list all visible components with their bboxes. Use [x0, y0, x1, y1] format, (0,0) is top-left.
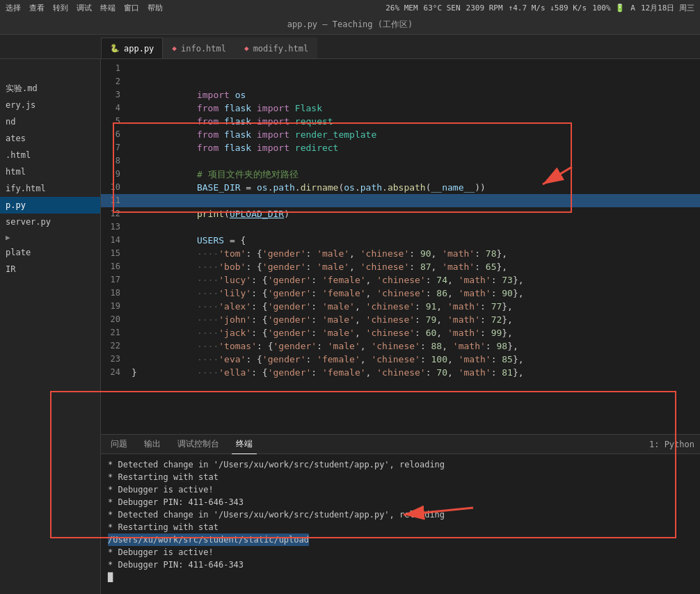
code-line-24: 24 }	[101, 366, 700, 379]
network-speed: ↑4.7 M/s ↓589 K/s	[509, 3, 587, 13]
panel-tab-debug-console[interactable]: 调试控制台	[173, 435, 223, 454]
line-num-9: 9	[101, 168, 129, 181]
code-line-20: 20 ····'jack': {'gender': 'male', 'chine…	[101, 313, 700, 326]
code-line-1: 1	[101, 62, 700, 75]
code-lines: 1 2 import os 3 from flask import Flask	[101, 59, 700, 382]
terminal-line-4: * Debugger PIN: 411-646-343	[108, 496, 693, 508]
sidebar-item-apppy[interactable]: p.py	[0, 197, 100, 214]
terminal-line-8: * Debugger is active!	[108, 546, 693, 559]
line-content-7	[129, 141, 700, 154]
sidebar-item-js[interactable]: ery.js	[0, 97, 100, 113]
code-line-3: 3 from flask import Flask	[101, 88, 700, 102]
cpu-temp: 63°C SEN	[424, 3, 461, 13]
line-content-11: print(UPLOAD_DIR)	[129, 194, 700, 207]
line-num-3: 3	[101, 88, 129, 102]
code-line-16: 16 ····'lucy': {'gender': 'female', 'chi…	[101, 260, 700, 273]
sidebar-item-ir[interactable]: IR	[0, 261, 100, 278]
code-line-14: 14 ····'tom': {'gender': 'male', 'chines…	[101, 234, 700, 247]
menu-window[interactable]: 窗口	[124, 3, 139, 13]
line-content-21: ····'tomas': {'gender': 'male', 'chinese…	[129, 326, 700, 339]
line-num-17: 17	[101, 273, 129, 287]
code-editor[interactable]: 1 2 import os 3 from flask import Flask	[101, 59, 700, 434]
terminal-line-9: * Debugger PIN: 411-646-343	[108, 559, 693, 571]
tab-app-py[interactable]: 🐍 app.py	[101, 38, 163, 58]
sidebar-item-plate[interactable]: plate	[0, 244, 100, 261]
title-bar: app.py — Teaching (工作区)	[0, 15, 700, 35]
line-num-10: 10	[101, 181, 129, 194]
menu-debug[interactable]: 调试	[77, 3, 92, 13]
code-line-11: 11 print(UPLOAD_DIR)	[101, 194, 700, 207]
sidebar-item-ates[interactable]: ates	[0, 130, 100, 147]
terminal-panel-right-label: 1: Python	[649, 440, 694, 449]
sidebar: 实验.md ery.js nd ates .html html ify.html…	[0, 59, 101, 594]
terminal-panel: 问题 输出 调试控制台 终端 1: Python * Detected chan…	[101, 434, 700, 594]
line-content-18: ····'alex': {'gender': 'male', 'chinese'…	[129, 287, 700, 300]
rpm: 2309 RPM	[466, 3, 503, 13]
line-content-9: BASE_DIR = os.path.dirname(os.path.abspa…	[129, 168, 700, 181]
line-num-18: 18	[101, 287, 129, 300]
line-content-19: ····'john': {'gender': 'male', 'chinese'…	[129, 300, 700, 313]
code-line-19: 19 ····'john': {'gender': 'male', 'chine…	[101, 300, 700, 313]
terminal-cursor: █	[108, 571, 693, 584]
line-content-4: from flask import request	[129, 102, 700, 115]
line-content-12	[129, 207, 700, 220]
sidebar-item-md[interactable]: 实验.md	[0, 80, 100, 97]
system-status: 26% MEM 63°C SEN 2309 RPM ↑4.7 M/s ↓589 …	[385, 3, 694, 13]
line-num-16: 16	[101, 260, 129, 273]
tab-modify-html[interactable]: ◆ modify.html	[235, 38, 317, 58]
code-line-6: 6 from flask import redirect	[101, 128, 700, 141]
line-content-14: ····'tom': {'gender': 'male', 'chinese':…	[129, 234, 700, 247]
tab-info-html[interactable]: ◆ info.html	[163, 38, 235, 58]
sidebar-item-nd[interactable]: nd	[0, 113, 100, 130]
line-num-12: 12	[101, 207, 129, 220]
line-num-2: 2	[101, 75, 129, 88]
editor-area: 1 2 import os 3 from flask import Flask	[101, 59, 700, 594]
line-num-5: 5	[101, 115, 129, 128]
line-content-22: ····'eva': {'gender': 'female', 'chinese…	[129, 339, 700, 353]
sidebar-item-html2[interactable]: html	[0, 163, 100, 180]
tab-label-app-py: app.py	[124, 44, 154, 54]
sidebar-item-html1[interactable]: .html	[0, 147, 100, 163]
window-title: app.py — Teaching (工作区)	[287, 19, 413, 31]
code-line-2: 2 import os	[101, 75, 700, 88]
terminal-content[interactable]: * Detected change in '/Users/xu/work/src…	[101, 454, 700, 594]
panel-tab-terminal[interactable]: 终端	[232, 435, 257, 454]
line-content-16: ····'lucy': {'gender': 'female', 'chines…	[129, 260, 700, 273]
line-content-5: from flask import render_template	[129, 115, 700, 128]
code-line-13: 13 USERS = {	[101, 220, 700, 234]
code-line-12: 12	[101, 207, 700, 220]
sidebar-collapse-arrow[interactable]: ▶	[0, 230, 100, 244]
menu-goto[interactable]: 转到	[53, 3, 68, 13]
line-content-2: import os	[129, 75, 700, 88]
line-content-23: ····'ella': {'gender': 'female', 'chines…	[129, 353, 700, 366]
line-content-8: # 项目文件夹的绝对路径	[129, 154, 700, 168]
line-content-20: ····'jack': {'gender': 'male', 'chinese'…	[129, 313, 700, 326]
code-line-5: 5 from flask import render_template	[101, 115, 700, 128]
panel-tab-problems[interactable]: 问题	[106, 435, 132, 454]
line-content-1	[129, 62, 700, 75]
panel-tab-output[interactable]: 输出	[140, 435, 165, 454]
terminal-line-5: * Detected change in '/Users/xu/work/src…	[108, 508, 693, 521]
tab-label-modify-html: modify.html	[253, 44, 308, 54]
battery: 100% 🔋	[592, 3, 625, 13]
system-menu-bar: 选择 查看 转到 调试 终端 窗口 帮助 26% MEM 63°C SEN 23…	[0, 0, 700, 15]
line-num-15: 15	[101, 247, 129, 260]
code-line-23: 23 ····'ella': {'gender': 'female', 'chi…	[101, 353, 700, 366]
sidebar-item-ifyhtml[interactable]: ify.html	[0, 180, 100, 197]
mem-usage: 26% MEM	[385, 3, 417, 13]
line-num-13: 13	[101, 220, 129, 234]
terminal-line-1: * Detected change in '/Users/xu/work/src…	[108, 458, 693, 471]
menu-select[interactable]: 选择	[6, 3, 21, 13]
menu-view[interactable]: 查看	[29, 3, 45, 13]
terminal-line-7: /Users/xu/work/src/student/static/upload	[108, 533, 693, 546]
menu-help[interactable]: 帮助	[148, 3, 163, 13]
menu-terminal[interactable]: 终端	[100, 3, 116, 13]
terminal-line-3: * Debugger is active!	[108, 483, 693, 496]
line-num-23: 23	[101, 353, 129, 366]
line-num-1: 1	[101, 62, 129, 75]
terminal-path-highlight: /Users/xu/work/src/student/static/upload	[108, 533, 309, 546]
sidebar-item-serverpy[interactable]: server.py	[0, 214, 100, 230]
line-num-19: 19	[101, 300, 129, 313]
line-content-17: ····'lily': {'gender': 'female', 'chines…	[129, 273, 700, 287]
line-content-3: from flask import Flask	[129, 88, 700, 102]
